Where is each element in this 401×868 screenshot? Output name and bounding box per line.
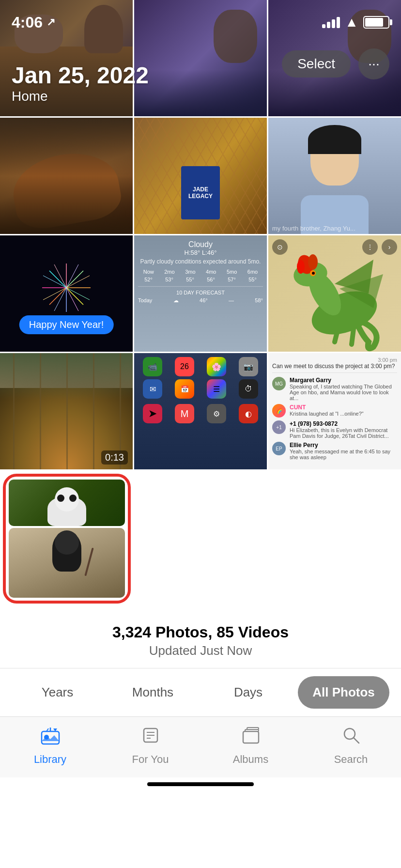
signal-bar-3 [332,19,335,28]
svg-line-11 [66,276,90,288]
photo-cell-6[interactable]: my fourth brother, Zhang Yu... [268,118,401,234]
header-buttons: Select ··· [282,48,389,79]
status-time: 4:06 ↗ [12,14,55,31]
video-duration: 0:13 [101,450,128,465]
svg-line-14 [54,288,66,311]
header-location: Home [12,89,389,104]
photo-cell-iphone[interactable]: 📹 26 🌸 📷 ✉ 📅 ☰ ⏱ ➤ M ⚙ ◐ [134,353,267,469]
svg-point-24 [312,272,315,275]
photo-cell-4[interactable] [0,118,133,234]
nav-for-you-label: For You [132,753,169,766]
svg-line-37 [354,738,359,743]
albums-icon [240,725,262,750]
header: 4:06 ↗ ▲ Jan 25, 2022 Home Select [0,0,401,114]
photo-cell-dragon[interactable]: ⊙ ⋮ › [268,235,401,352]
signal-bar-4 [337,17,340,28]
select-button[interactable]: Select [282,50,351,78]
svg-line-12 [66,288,90,300]
svg-rect-33 [243,731,259,743]
nav-albums[interactable]: Albums [200,725,301,766]
nav-for-you[interactable]: For You [100,725,200,766]
location-arrow-icon: ↗ [46,16,55,29]
photo-count: 3,324 Photos, 85 Videos [0,623,401,641]
svg-line-5 [66,271,83,288]
empty-space [134,471,401,606]
nav-search-label: Search [334,753,368,766]
photo-cell-chat[interactable]: 3:00 pm Can we meet to discuss the proje… [268,353,401,469]
signal-bar-2 [327,22,330,28]
photo-cell-lion[interactable]: 0:13 [0,353,133,469]
nav-albums-label: Albums [233,753,268,766]
grid-row-3: Happy New Year! Cloudy H:58° L:46° Partl… [0,235,401,352]
tab-days[interactable]: Days [202,676,294,709]
home-indicator [0,777,401,794]
grid-row-2: JADELEGACY my fourth brother, Zhang Yu..… [0,118,401,234]
nav-library-label: Library [34,753,66,766]
grid-row-5 [0,471,401,606]
nav-search[interactable]: Search [301,725,401,766]
home-bar [147,782,254,786]
tab-all-photos[interactable]: All Photos [298,676,389,709]
signal-bar-1 [322,24,325,28]
wifi-icon: ▲ [345,15,358,30]
photo-cell-fireworks[interactable]: Happy New Year! [0,235,133,352]
bottom-nav: Library For You Albums [0,716,401,777]
for-you-icon [140,725,161,750]
svg-line-7 [49,288,66,305]
photo-cell-5[interactable]: JADELEGACY [134,118,267,234]
svg-rect-35 [247,728,259,729]
photo-cell-weather[interactable]: Cloudy H:58° L:46° Partly cloudy conditi… [134,235,267,352]
svg-line-10 [66,264,78,288]
photo-info: 3,324 Photos, 85 Videos Updated Just Now [0,608,401,668]
battery-icon [363,16,389,29]
status-icons: ▲ [322,15,389,30]
svg-line-6 [66,288,83,305]
search-icon [340,725,362,750]
svg-line-16 [43,276,66,288]
tab-years[interactable]: Years [12,676,103,709]
svg-line-8 [49,271,66,288]
svg-point-21 [308,254,318,270]
library-icon [40,725,61,750]
svg-line-9 [54,264,66,288]
battery-fill [365,18,383,27]
tab-months[interactable]: Months [107,676,199,709]
signal-bars [322,17,340,28]
photo-updated: Updated Just Now [0,643,401,658]
nav-library[interactable]: Library [0,725,100,766]
timeline-tabs: Years Months Days All Photos [0,668,401,716]
svg-point-22 [297,260,305,274]
grid-row-4: 0:13 📹 26 🌸 📷 ✉ 📅 ☰ ⏱ ➤ M ⚙ ◐ [0,353,401,469]
more-button[interactable]: ··· [358,48,389,79]
svg-line-15 [43,288,66,300]
photo-cell-panda-selected[interactable] [0,471,134,606]
svg-line-13 [66,288,78,311]
svg-line-26 [352,325,354,344]
